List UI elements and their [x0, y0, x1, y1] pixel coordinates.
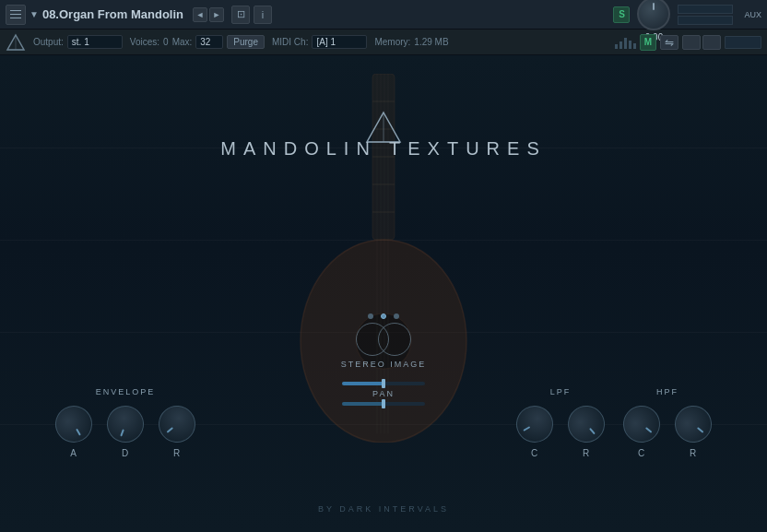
attack-label: A	[70, 448, 77, 458]
lpf-knobs: C R	[516, 406, 605, 458]
voices-group: Voices: 0 Max: 32 Purge	[130, 35, 265, 49]
hpf-cutoff-knob[interactable]	[616, 398, 667, 450]
envelope-label: ENVELOPE	[96, 387, 156, 396]
second-bar-right: M ⇋	[615, 34, 761, 51]
brand-title: MANDOLIN TEXTURES	[220, 138, 546, 160]
hamburger-icon[interactable]	[6, 5, 26, 25]
stereo-circles-display	[328, 323, 439, 356]
eq-bar-3	[624, 38, 627, 49]
hpf-label: HPF	[656, 387, 678, 396]
knobs-row: ENVELOPE A D R LPF	[0, 387, 767, 458]
memory-group: Memory: 1.29 MB	[374, 37, 448, 47]
camera-button[interactable]: ⊡	[231, 6, 250, 24]
instrument-title: 08.Organ From Mandolin	[42, 7, 183, 21]
lpf-label: LPF	[550, 387, 572, 396]
by-label: BY DARK INTERVALS	[318, 504, 449, 514]
m-button[interactable]: M	[640, 34, 656, 51]
lpf-cutoff-label: C	[531, 448, 538, 458]
voices-value: 0	[163, 37, 169, 47]
aux-label: AUX	[744, 10, 761, 19]
midi-select[interactable]: [A] 1	[312, 35, 367, 49]
top-bar: ▼ 08.Organ From Mandolin ◄ ► ⊡ i S Tune …	[0, 0, 767, 30]
stereo-dot-3[interactable]	[394, 313, 399, 319]
level-meter	[725, 36, 761, 49]
output-select[interactable]: st. 1	[67, 35, 123, 49]
release-knob-item: R	[159, 406, 195, 458]
expand-arrow-icon[interactable]: ▼	[30, 9, 39, 19]
max-value[interactable]: 32	[195, 35, 223, 49]
pipe-icon[interactable]: ⇋	[660, 35, 678, 50]
pan-slider-fill	[342, 382, 384, 385]
stereo-section: STEREO IMAGE	[328, 313, 439, 369]
eq-bar-1	[615, 44, 618, 49]
hpf-cutoff-item: C	[623, 406, 660, 458]
top-icons: ⊡ i	[231, 6, 272, 24]
decay-knob[interactable]	[101, 400, 148, 447]
envelope-knobs: A D R	[55, 406, 195, 458]
tune-bars	[678, 5, 733, 25]
eq-bar-2	[620, 41, 622, 49]
lpf-cutoff-knob[interactable]	[510, 399, 560, 450]
memory-value: 1.29 MB	[414, 37, 448, 47]
main-area: MANDOLIN TEXTURES STEREO IMAGE PAN ENVEL…	[0, 55, 767, 532]
nav-arrows: ◄ ►	[193, 7, 224, 22]
release-label: R	[173, 448, 181, 458]
mini-btn-1[interactable]	[682, 35, 701, 50]
hpf-group: HPF C R	[623, 387, 712, 458]
stereo-circle-right	[378, 323, 411, 356]
attack-knob-item: A	[55, 406, 92, 458]
logo-icon	[6, 32, 26, 53]
s-button[interactable]: S	[613, 6, 630, 23]
eq-bar-4	[629, 41, 631, 49]
prev-patch-button[interactable]: ◄	[193, 7, 207, 22]
mini-btn-2[interactable]	[702, 35, 721, 50]
lpf-resonance-label: R	[583, 448, 590, 458]
midi-label: MIDI Ch:	[272, 37, 308, 47]
output-group: Output: st. 1	[33, 35, 123, 49]
lpf-resonance-knob[interactable]	[560, 398, 612, 450]
stereo-dot-2[interactable]	[381, 313, 386, 319]
hpf-cutoff-label: C	[638, 448, 645, 458]
tune-bar-bottom[interactable]	[678, 16, 733, 25]
lpf-resonance-item: R	[568, 406, 605, 458]
lpf-cutoff-item: C	[516, 406, 553, 458]
tune-knob[interactable]	[637, 0, 670, 30]
right-mini-buttons	[682, 35, 721, 50]
top-bar-left: ▼ 08.Organ From Mandolin ◄ ► ⊡ i	[6, 5, 272, 25]
attack-knob[interactable]	[49, 399, 100, 450]
stereo-dot-1[interactable]	[368, 313, 373, 319]
second-bar: Output: st. 1 Voices: 0 Max: 32 Purge MI…	[0, 30, 767, 55]
hpf-resonance-knob[interactable]	[667, 398, 719, 450]
voices-label: Voices:	[130, 37, 159, 47]
lpf-group: LPF C R	[516, 387, 605, 458]
release-knob[interactable]	[151, 398, 203, 450]
purge-button[interactable]: Purge	[227, 35, 265, 49]
output-label: Output:	[33, 37, 64, 47]
max-label: Max:	[172, 37, 193, 47]
eq-bar-5	[633, 43, 636, 49]
decay-label: D	[122, 448, 129, 458]
hpf-resonance-item: R	[675, 406, 712, 458]
info-button[interactable]: i	[254, 6, 272, 24]
eq-bars	[615, 36, 636, 49]
stereo-label: STEREO IMAGE	[328, 360, 439, 369]
hpf-knobs: C R	[623, 406, 712, 458]
tune-bar-top[interactable]	[678, 5, 733, 14]
envelope-group: ENVELOPE A D R	[55, 387, 195, 458]
hpf-resonance-label: R	[690, 448, 697, 458]
decay-knob-item: D	[107, 406, 144, 458]
midi-group: MIDI Ch: [A] 1	[272, 35, 367, 49]
pan-slider[interactable]	[342, 382, 425, 385]
memory-label: Memory:	[374, 37, 410, 47]
stereo-mode-dots	[328, 313, 439, 319]
next-patch-button[interactable]: ►	[209, 7, 224, 22]
